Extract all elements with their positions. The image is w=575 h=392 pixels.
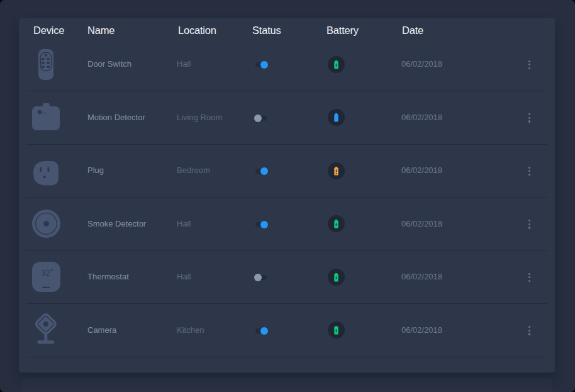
svg-text:32: 32 bbox=[42, 269, 50, 277]
